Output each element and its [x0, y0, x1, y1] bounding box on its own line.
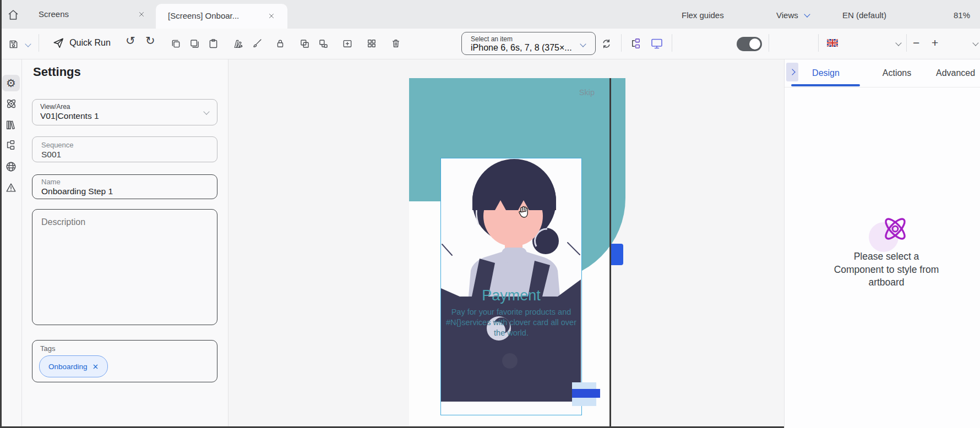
inspector-divider: [785, 87, 980, 87]
rail-library-button[interactable]: [3, 118, 19, 132]
empty-state-message: Please select a Component to style from …: [793, 250, 980, 289]
selected-component[interactable]: [440, 158, 582, 415]
toggle-knob: [749, 39, 760, 50]
tag-chip-onboarding[interactable]: Onboarding: [39, 355, 108, 377]
tab-screens-onboarding[interactable]: [Screens] Onboar...: [156, 4, 287, 29]
chevron-down-icon: [203, 108, 209, 114]
quick-run-button[interactable]: Quick Run: [48, 35, 115, 51]
select-item-dropdown[interactable]: Select an item iPhone 6, 6s, 7, 8 (375×.…: [461, 32, 596, 55]
instance-button[interactable]: [317, 37, 329, 50]
redo-icon[interactable]: ↻: [145, 34, 155, 47]
skip-button[interactable]: Skip: [551, 88, 595, 97]
sequence-value[interactable]: [41, 150, 201, 160]
message-line: Please select a: [793, 250, 980, 264]
undo-icon[interactable]: ↺: [126, 34, 135, 47]
tag-chip-label: Onboarding: [48, 363, 88, 371]
tags-label: Tags: [40, 344, 55, 353]
hierarchy-icon: [630, 37, 643, 50]
onboarding-title: Payment: [440, 287, 582, 304]
lock-icon: [275, 38, 286, 49]
lock-button[interactable]: [274, 37, 286, 50]
close-icon[interactable]: [268, 12, 275, 20]
hand-cursor-icon: [516, 205, 531, 220]
select-item-label: Select an item: [471, 35, 513, 43]
tags-field[interactable]: Tags Onboarding: [32, 340, 217, 382]
duplicate-icon: [189, 38, 200, 50]
rail-components-button[interactable]: [3, 96, 19, 111]
sync-icon: [600, 37, 613, 50]
tab-actions[interactable]: Actions: [872, 59, 922, 87]
view-area-label: View/Area: [40, 103, 70, 111]
sync-button[interactable]: [599, 36, 613, 51]
view-area-select[interactable]: View/Area: [32, 99, 217, 125]
zoom-level[interactable]: 81%: [954, 0, 970, 31]
rail-hierarchy-button[interactable]: [3, 138, 19, 152]
brush-icon: [251, 38, 263, 50]
chevron-down-icon: [580, 41, 586, 47]
duplicate-button[interactable]: [188, 37, 200, 50]
copy-button[interactable]: [170, 37, 182, 50]
description-textarea[interactable]: [41, 217, 206, 316]
language-label[interactable]: EN (default): [842, 0, 886, 31]
tab-advanced[interactable]: Advanced: [936, 59, 980, 87]
onboarding-illustration: [441, 158, 581, 414]
sequence-label: Sequence: [41, 141, 74, 149]
add-frame-button[interactable]: [341, 37, 353, 50]
group-button[interactable]: [298, 37, 311, 50]
message-line: artboard: [793, 276, 980, 289]
grid-layout-icon: [366, 38, 377, 49]
tab-screens[interactable]: Screens: [25, 0, 153, 29]
monitor-icon: [650, 37, 663, 50]
rail-globe-button[interactable]: [3, 160, 19, 174]
app-window: Screens [Screens] Onboar... Quick Run ↺ …: [0, 0, 980, 428]
close-icon[interactable]: [138, 10, 145, 18]
rail-issues-button[interactable]: [3, 180, 19, 195]
gear-icon: ⚙: [6, 78, 16, 89]
save-icon: [8, 39, 19, 50]
name-value[interactable]: [41, 186, 201, 196]
views-dropdown[interactable]: Views: [776, 0, 809, 31]
views-label: Views: [776, 10, 798, 20]
paste-button[interactable]: [207, 37, 219, 50]
play-send-icon: [52, 37, 64, 49]
globe-icon: [5, 161, 17, 173]
zoom-out-icon[interactable]: −: [913, 36, 919, 50]
warning-icon: [5, 182, 17, 194]
save-button[interactable]: [7, 37, 20, 51]
sequence-field[interactable]: Sequence: [32, 136, 217, 162]
folder-plus-icon: [342, 38, 353, 49]
window-left-edge: [0, 0, 2, 428]
layout-button[interactable]: [366, 37, 378, 50]
hierarchy-view-button[interactable]: [629, 36, 643, 51]
body-line: the world.: [440, 328, 582, 338]
collapse-panel-button[interactable]: [786, 63, 798, 81]
artboard-resize-handle[interactable]: [611, 244, 623, 265]
flex-guides-toggle[interactable]: [737, 37, 762, 51]
chevron-right-icon: [789, 69, 795, 75]
description-field[interactable]: [32, 209, 217, 325]
language-dropdown[interactable]: [827, 39, 838, 47]
rail-settings-button[interactable]: ⚙: [2, 75, 20, 91]
preview-button[interactable]: [650, 36, 664, 51]
delete-button[interactable]: [390, 37, 402, 50]
swatches-icon: [232, 38, 243, 50]
home-button[interactable]: [6, 7, 21, 23]
home-icon: [7, 8, 20, 21]
left-icon-rail: [0, 59, 22, 428]
instance-icon: [318, 38, 329, 50]
progress-bar-widget[interactable]: [572, 389, 600, 398]
brush-button[interactable]: [251, 37, 263, 50]
group-icon: [299, 38, 311, 50]
view-area-value[interactable]: [40, 111, 194, 121]
component-atom-icon: [880, 213, 911, 244]
name-field[interactable]: Name: [32, 174, 217, 199]
styles-button[interactable]: [231, 37, 243, 50]
tree-icon: [5, 139, 17, 151]
zoom-in-icon[interactable]: +: [932, 36, 938, 50]
tab-design[interactable]: Design: [804, 59, 848, 87]
flex-guides-label: Flex guides: [682, 0, 724, 31]
name-label: Name: [41, 178, 61, 186]
remove-tag-icon[interactable]: [92, 364, 99, 370]
settings-title: Settings: [33, 65, 81, 79]
tab-label: [Screens] Onboar...: [168, 2, 256, 30]
